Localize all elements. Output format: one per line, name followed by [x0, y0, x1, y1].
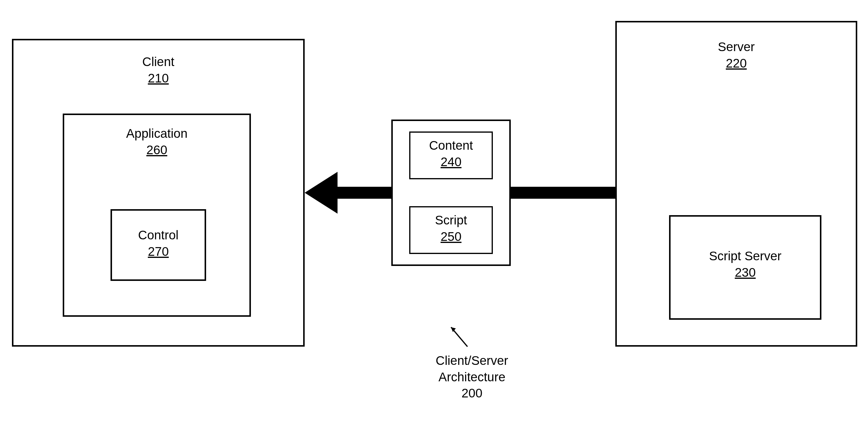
application-ref: 260: [146, 143, 167, 157]
application-title: Application: [126, 126, 187, 141]
client-ref: 210: [148, 71, 169, 85]
content-ref: 240: [441, 155, 462, 169]
arrow-head-icon: [305, 172, 338, 214]
script-server-ref: 230: [735, 265, 756, 279]
control-label: Control 270: [111, 227, 206, 260]
content-label: Content 240: [409, 137, 493, 170]
caption-label: Client/Server Architecture 200: [403, 352, 540, 402]
control-ref: 270: [148, 244, 169, 258]
arrow-segment-right: [511, 187, 615, 199]
client-label: Client 210: [12, 54, 305, 86]
server-ref: 220: [726, 56, 747, 70]
control-title: Control: [138, 228, 178, 242]
script-ref: 250: [441, 229, 462, 244]
script-label: Script 250: [409, 212, 493, 245]
script-server-label: Script Server 230: [669, 248, 822, 281]
caption-line1: Client/Server: [436, 354, 508, 368]
script-server-title: Script Server: [709, 249, 782, 263]
caption-ref: 200: [462, 386, 483, 400]
caption-line2: Architecture: [438, 370, 505, 384]
script-title: Script: [435, 213, 467, 227]
caption-pointer-icon: [445, 321, 475, 351]
arrow-segment-left: [335, 187, 391, 199]
application-label: Application 260: [63, 125, 251, 158]
content-title: Content: [429, 139, 473, 152]
server-label: Server 220: [615, 39, 857, 71]
client-title: Client: [142, 55, 174, 69]
server-title: Server: [718, 40, 755, 54]
